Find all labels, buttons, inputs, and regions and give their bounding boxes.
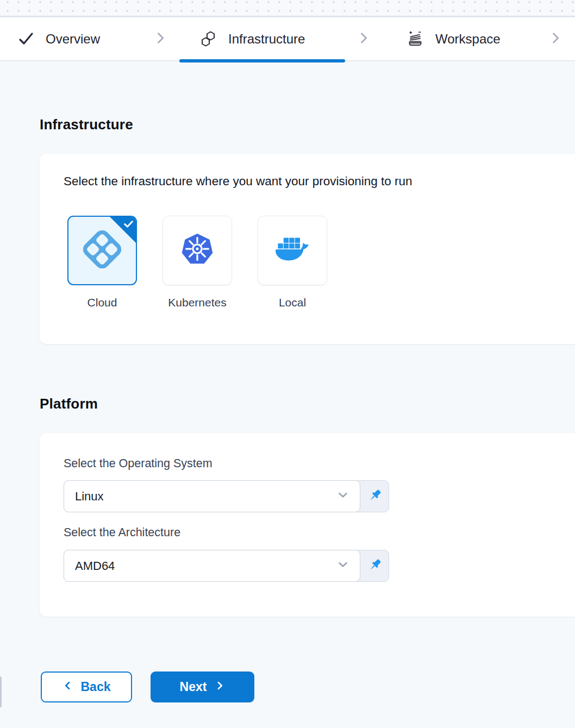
platform-section-title: Platform	[40, 396, 98, 412]
option-local[interactable]: Local	[258, 216, 327, 309]
docker-whale-icon	[274, 236, 310, 265]
dotted-header-strip	[0, 0, 575, 17]
selected-check-icon	[124, 221, 133, 228]
arch-select[interactable]: AMD64	[64, 550, 360, 582]
option-label: Kubernetes	[168, 296, 226, 309]
kubernetes-tile[interactable]	[162, 216, 232, 285]
infrastructure-options: Cloud	[67, 216, 327, 309]
cloud-tile[interactable]	[67, 216, 137, 285]
option-kubernetes[interactable]: Kubernetes	[162, 216, 232, 309]
os-select-group: Linux	[64, 480, 389, 512]
step-label: Infrastructure	[228, 32, 305, 47]
layers-stack-icon	[407, 30, 424, 48]
option-label: Cloud	[88, 296, 117, 309]
chevron-left-icon	[62, 680, 73, 694]
chevron-right-icon	[548, 30, 563, 48]
back-button[interactable]: Back	[41, 671, 132, 702]
arch-select-value: AMD64	[75, 559, 115, 573]
next-button-label: Next	[180, 680, 207, 694]
kubernetes-icon	[180, 233, 214, 268]
infrastructure-section-title: Infrastructure	[40, 116, 133, 133]
arch-field-label: Select the Architecture	[64, 526, 180, 539]
chevron-down-icon	[336, 557, 350, 575]
wizard-stepper: Overview Infrastructure	[0, 18, 575, 61]
os-select[interactable]: Linux	[64, 480, 360, 512]
chevron-right-icon	[153, 30, 168, 48]
left-edge-scrollbar-sliver[interactable]	[0, 676, 2, 707]
next-button[interactable]: Next	[151, 671, 254, 702]
back-button-label: Back	[81, 680, 111, 694]
arch-pin-button[interactable]	[360, 550, 389, 582]
os-pin-button[interactable]	[360, 480, 389, 512]
chevron-down-icon	[336, 488, 350, 505]
step-overview[interactable]: Overview	[18, 18, 100, 60]
platform-card: Select the Operating System Linux	[40, 433, 575, 617]
pin-icon	[367, 487, 383, 505]
step-infrastructure[interactable]: Infrastructure	[199, 18, 305, 60]
step-label: Overview	[46, 32, 100, 47]
local-tile[interactable]	[258, 216, 327, 285]
option-label: Local	[279, 296, 306, 309]
option-cloud[interactable]: Cloud	[67, 216, 137, 309]
wizard-actions: Back Next	[41, 671, 254, 702]
step-workspace[interactable]: Workspace	[407, 18, 501, 60]
hexagons-icon	[199, 30, 217, 48]
infrastructure-prompt: Select the infrastructure where you want…	[64, 174, 412, 189]
chevron-right-icon	[356, 30, 371, 48]
check-icon	[18, 31, 34, 47]
active-step-underline	[179, 59, 345, 62]
cloud-diamond-icon	[77, 224, 127, 277]
pin-icon	[367, 557, 383, 575]
arch-select-group: AMD64	[64, 550, 389, 582]
infrastructure-card: Select the infrastructure where you want…	[40, 154, 575, 344]
step-label: Workspace	[435, 32, 501, 47]
os-field-label: Select the Operating System	[64, 457, 212, 470]
chevron-right-icon	[214, 680, 225, 694]
os-select-value: Linux	[75, 489, 104, 504]
